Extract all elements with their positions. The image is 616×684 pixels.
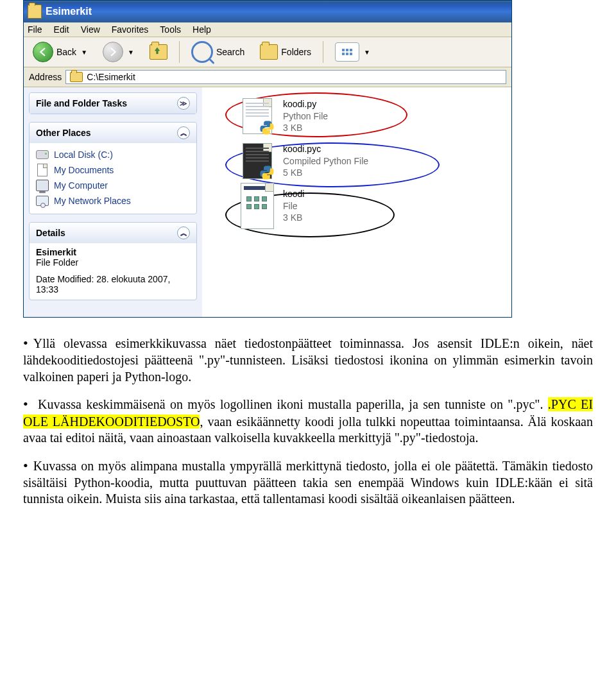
file-size: 5 KB bbox=[283, 167, 368, 179]
file-name: koodi.py bbox=[283, 98, 328, 110]
computer-icon bbox=[36, 180, 49, 191]
details-name: Esimerkit bbox=[36, 247, 190, 257]
window-title: Esimerkit bbox=[46, 6, 92, 17]
chevron-down-icon: ▼ bbox=[81, 49, 87, 56]
file-size: 3 KB bbox=[283, 122, 328, 134]
menubar: File Edit View Favorites Tools Help bbox=[24, 22, 511, 37]
other-places-title: Other Places bbox=[36, 128, 91, 138]
place-label: My Computer bbox=[54, 180, 108, 191]
views-button[interactable]: ▼ bbox=[329, 40, 377, 64]
details-modified: Date Modified: 28. elokuuta 2007, 13:33 bbox=[36, 274, 190, 295]
forward-arrow-icon bbox=[103, 42, 123, 62]
folder-up-icon bbox=[150, 44, 167, 60]
file-type: Compiled Python File bbox=[283, 155, 368, 167]
place-label: Local Disk (C:) bbox=[54, 150, 113, 160]
paragraph-3: Kuvassa on myös alimpana mustalla ympyrä… bbox=[23, 457, 593, 508]
titlebar[interactable]: Esimerkit bbox=[24, 1, 511, 22]
file-folder-tasks: File and Folder Tasks ≫ bbox=[29, 92, 197, 114]
file-item-pyc[interactable]: koodi.pyc Compiled Python File 5 KB bbox=[241, 139, 505, 184]
place-label: My Documents bbox=[54, 165, 114, 175]
forward-button[interactable]: ▼ bbox=[96, 40, 141, 64]
generic-file-icon bbox=[241, 187, 274, 225]
disk-icon bbox=[36, 150, 49, 159]
chevron-down-icon: ▼ bbox=[128, 49, 134, 56]
place-my-documents[interactable]: My Documents bbox=[36, 162, 190, 178]
tasks-title: File and Folder Tasks bbox=[36, 98, 127, 108]
back-arrow-icon bbox=[33, 42, 53, 62]
chevron-down-icon: ▼ bbox=[364, 49, 370, 56]
place-label: My Network Places bbox=[54, 196, 131, 206]
file-item-py[interactable]: koodi.py Python File 3 KB bbox=[241, 94, 505, 139]
paragraph-2: Kuvassa keskimmäisenä on myös logollinen… bbox=[23, 395, 593, 446]
python-file-icon bbox=[241, 98, 274, 135]
file-list: koodi.py Python File 3 KB bbox=[202, 87, 511, 317]
address-path: C:\Esimerkit bbox=[87, 72, 135, 82]
details-panel: Details ︽ Esimerkit File Folder Date Mod… bbox=[29, 222, 197, 300]
views-icon bbox=[335, 42, 359, 62]
tasks-pane: File and Folder Tasks ≫ Other Places ︽ bbox=[24, 87, 202, 317]
search-icon bbox=[191, 41, 213, 63]
other-places: Other Places ︽ Local Disk (C:) My Docume… bbox=[29, 122, 197, 214]
folder-icon bbox=[70, 72, 83, 82]
separator bbox=[323, 41, 323, 63]
body-text: Yllä olevassa esimerkkikuvassa näet tied… bbox=[23, 334, 593, 508]
folder-icon bbox=[28, 4, 42, 19]
network-icon bbox=[36, 196, 49, 206]
toolbar: Back ▼ ▼ Search bbox=[24, 37, 511, 67]
file-type: Python File bbox=[283, 110, 328, 123]
file-size: 3 KB bbox=[283, 212, 304, 224]
menu-tools[interactable]: Tools bbox=[160, 24, 181, 35]
separator bbox=[179, 41, 180, 63]
file-name: koodi bbox=[283, 188, 304, 200]
menu-help[interactable]: Help bbox=[193, 24, 211, 35]
menu-view[interactable]: View bbox=[81, 24, 100, 35]
paragraph-1: Yllä olevassa esimerkkikuvassa näet tied… bbox=[23, 334, 593, 385]
back-label: Back bbox=[56, 47, 76, 57]
document-icon bbox=[37, 164, 47, 176]
explorer-window: Esimerkit File Edit View Favorites Tools… bbox=[23, 0, 512, 318]
menu-file[interactable]: File bbox=[28, 24, 42, 35]
file-item-noext[interactable]: koodi File 3 KB bbox=[241, 184, 505, 228]
file-name: koodi.pyc bbox=[283, 143, 368, 155]
address-field[interactable]: C:\Esimerkit bbox=[65, 70, 506, 84]
collapse-icon[interactable]: ︽ bbox=[177, 227, 190, 239]
search-label: Search bbox=[216, 47, 244, 57]
place-my-network[interactable]: My Network Places bbox=[36, 193, 190, 209]
folders-label: Folders bbox=[281, 47, 311, 57]
up-button[interactable] bbox=[143, 40, 174, 64]
back-button[interactable]: Back ▼ bbox=[26, 40, 94, 64]
details-kind: File Folder bbox=[36, 257, 190, 268]
place-my-computer[interactable]: My Computer bbox=[36, 178, 190, 193]
search-button[interactable]: Search bbox=[185, 40, 251, 64]
menu-favorites[interactable]: Favorites bbox=[112, 24, 149, 35]
address-label: Address bbox=[29, 72, 62, 82]
file-type: File bbox=[283, 200, 304, 212]
address-bar: Address C:\Esimerkit bbox=[24, 67, 511, 87]
compiled-python-file-icon bbox=[241, 142, 274, 180]
details-title: Details bbox=[36, 228, 65, 238]
menu-edit[interactable]: Edit bbox=[54, 24, 69, 35]
folders-icon bbox=[260, 44, 278, 60]
expand-icon[interactable]: ≫ bbox=[177, 97, 190, 110]
folders-button[interactable]: Folders bbox=[253, 40, 318, 64]
collapse-icon[interactable]: ︽ bbox=[177, 126, 190, 139]
place-local-disk[interactable]: Local Disk (C:) bbox=[36, 147, 190, 162]
